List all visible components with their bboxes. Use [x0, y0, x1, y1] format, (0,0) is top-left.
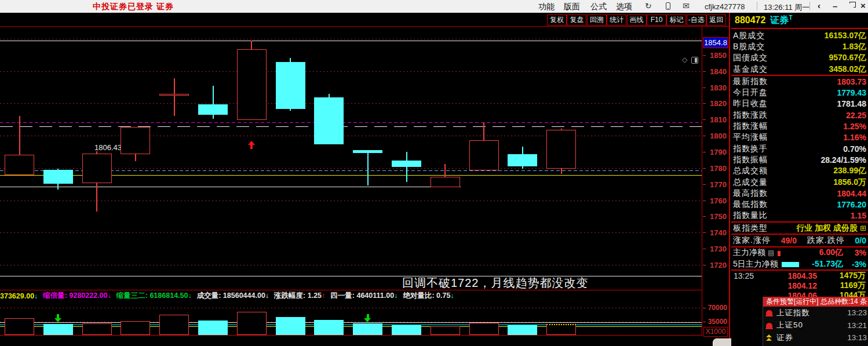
double-up-icon	[766, 334, 772, 341]
toolbar-button-8[interactable]: 返回	[706, 14, 726, 26]
main-force-row: 主力净额▤6.00亿3%	[731, 247, 868, 258]
window-icon[interactable]	[691, 57, 698, 64]
price-tickmark	[703, 136, 706, 136]
gridline	[0, 71, 702, 72]
quote-row: 基金成交3458.02亿	[731, 64, 868, 75]
main-force-bar	[782, 260, 801, 269]
down-arrow-icon: ↓	[394, 292, 397, 300]
menu-options[interactable]: 选项	[616, 2, 632, 12]
price-tickmark	[703, 152, 706, 152]
toolbar-button-5[interactable]: F10	[647, 14, 666, 26]
alert-popup[interactable]: 条件预警[运行中] 总品种数:14 条 上证指数13:23上证5013:21证券…	[763, 297, 868, 346]
diamond-icon[interactable]: ◇	[682, 56, 687, 64]
volume-pane[interactable]	[0, 301, 702, 336]
price-tickmark	[703, 55, 706, 56]
quote-row: B股成交1.83亿	[731, 41, 868, 52]
price-tickmark	[703, 232, 706, 233]
tick-volume: 1169万	[817, 281, 866, 291]
indicator-item: 成交量: 18560444.00↓	[197, 291, 269, 301]
price-tick: 1800	[710, 132, 727, 140]
price-tickmark	[703, 71, 706, 72]
price-tick: 1760	[710, 196, 727, 205]
quote-value: 1781.48	[837, 99, 866, 108]
volume-tickmark	[703, 322, 706, 322]
ref-line	[0, 276, 702, 276]
alert-symbol-name: 证券	[776, 333, 793, 343]
down-arrow-icon: ↓	[265, 292, 269, 300]
volume-tickmark	[703, 308, 706, 308]
menu-formula[interactable]: 公式	[590, 2, 607, 12]
candle	[469, 140, 499, 170]
price-tickmark	[703, 216, 706, 217]
toolbar-button-3[interactable]: 统计	[607, 14, 626, 26]
titlebar: 中投证券已登录 证券 ↻ ✉ cfjkz427778 13:26:11 周一 ‹…	[0, 0, 868, 13]
quote-value: 1804.44	[837, 189, 866, 198]
quote-row: 平均涨幅1.16%	[731, 132, 868, 143]
menu-layout[interactable]: 版面	[564, 2, 580, 12]
quote-row: 指数量比1.15	[731, 210, 868, 221]
quote-value: 22.25	[846, 111, 866, 120]
sell-down-arrow	[364, 314, 371, 322]
candlestick-chart[interactable]: 1806.43 回调不破1722，月线趋势都没改变 ◇	[0, 27, 702, 290]
candle	[43, 170, 73, 184]
candle	[5, 155, 34, 176]
minimize-button[interactable]: –	[833, 1, 837, 11]
close-button[interactable]: ×	[860, 1, 866, 10]
alert-row[interactable]: 证券13:13	[763, 332, 868, 344]
toolbar-button-1[interactable]: 复盘	[567, 14, 586, 26]
volume-tick: 70000	[708, 304, 727, 312]
tick-price: 1804.12	[764, 281, 817, 290]
volume-bar	[159, 315, 189, 335]
quote-value: 1856.0万	[833, 177, 866, 188]
candle	[508, 154, 537, 166]
quote-value: 28.24/1.59%	[820, 155, 866, 165]
chart-toolbar: 复权复盘回溯统计画线F10标记-自选返回	[0, 13, 729, 27]
alert-symbol-name: 上证指数	[776, 308, 810, 318]
volume-bar	[276, 317, 305, 335]
main-force-value: 6.00亿	[801, 247, 843, 258]
main-force-pct: -3%	[843, 260, 866, 269]
quote-row: 最新指数1803.73	[731, 76, 868, 87]
gridline	[0, 265, 702, 265]
down-count-label: 跌家.跌停	[807, 235, 845, 246]
quote-row: 最高指数1804.44	[731, 188, 868, 199]
quote-label: A股成交	[733, 31, 765, 41]
symbol-name: 证券	[770, 15, 789, 25]
quote-label: 指数量比	[733, 210, 768, 221]
refresh-icon[interactable]: ↻	[645, 1, 652, 10]
main-force-row: 5日主力净额-51.73亿-3%	[731, 258, 868, 269]
up-arrow-icon: ↑	[322, 292, 325, 300]
device-icon[interactable]	[666, 2, 670, 10]
price-tick: 1770	[710, 180, 727, 189]
candle	[392, 161, 421, 167]
toolbar-button-2[interactable]: 回溯	[587, 14, 607, 26]
toolbar-button-7[interactable]: -自选	[687, 14, 706, 26]
doc-icon[interactable]: ▤	[768, 249, 774, 257]
price-tick: 1780	[710, 164, 727, 173]
alert-popup-title: 条件预警[运行中] 总品种数:14 条	[763, 297, 868, 307]
price-tick: 1810	[710, 115, 727, 124]
quote-label: 总成交量	[733, 177, 768, 188]
grid-icon[interactable]: ⊞	[860, 224, 866, 232]
toolbar-button-0[interactable]: 复权	[547, 14, 567, 26]
symbol-code: 880472	[735, 15, 765, 25]
price-tick: 1830	[710, 83, 727, 92]
titlebar-divider	[757, 2, 757, 10]
quote-label: 总成交额	[733, 166, 768, 176]
toolbar-button-4[interactable]: 画线	[627, 14, 647, 26]
price-tickmark	[703, 168, 706, 169]
quote-value: 9570.67亿	[829, 53, 866, 63]
alert-row[interactable]: 上证5013:21	[763, 319, 868, 332]
restore-button[interactable]	[848, 3, 854, 9]
quote-row: 国债成交9570.67亿	[731, 53, 868, 64]
volume-bar	[5, 318, 34, 336]
mail-icon[interactable]: ✉	[683, 1, 690, 10]
menu-function[interactable]: 功能	[538, 2, 555, 12]
price-tickmark	[703, 119, 706, 120]
quote-row: 指数涨跌22.25	[731, 110, 868, 121]
alert-row[interactable]: 上证指数13:23	[763, 307, 868, 319]
toolbar-button-6[interactable]: 标记	[666, 14, 686, 26]
back-button[interactable]: ‹	[818, 1, 820, 10]
symbol-header: 880472证券T	[735, 14, 793, 27]
main-force-pct: 3%	[843, 248, 866, 257]
